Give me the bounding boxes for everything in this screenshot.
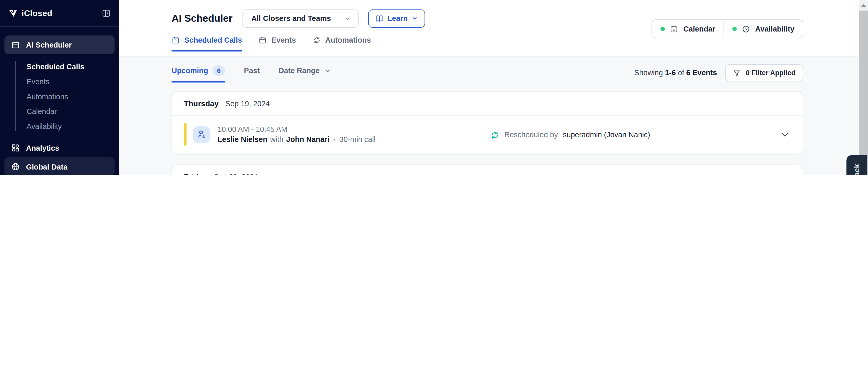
green-status-dot <box>660 27 665 31</box>
sidebar: iClosed AI Scheduler Scheduled Calls Eve… <box>0 0 119 175</box>
logo-text: iClosed <box>22 8 53 18</box>
event-date: Sep 19, 2024 <box>225 100 270 108</box>
calendar-icon <box>10 40 20 49</box>
past-label: Past <box>244 66 259 75</box>
sidebar-item-calendar[interactable]: Calendar <box>27 104 115 119</box>
calendar-icon <box>258 36 267 44</box>
tab-events[interactable]: Events <box>258 36 296 52</box>
subtab-past[interactable]: Past <box>244 65 259 82</box>
event-row: $ 10:00 AM - 10:45 AM Leslie Nielsen wit… <box>172 116 803 154</box>
event-day: Thursday <box>184 99 219 108</box>
iclosed-logo-icon <box>8 8 18 18</box>
sidebar-item-availability[interactable]: Availability <box>27 119 115 134</box>
refresh-icon <box>313 36 321 44</box>
subtabs: Upcoming 6 Past Date Range <box>172 65 331 82</box>
date-range-dropdown[interactable]: Date Range <box>278 65 331 82</box>
team-filter-select[interactable]: All Closers and Teams <box>242 9 359 28</box>
funnel-icon <box>733 69 741 77</box>
team-filter-value: All Closers and Teams <box>251 15 331 23</box>
grid-icon <box>10 143 20 152</box>
dot-separator <box>333 138 336 141</box>
upcoming-count-badge: 6 <box>213 65 225 76</box>
date-range-label: Date Range <box>278 66 319 75</box>
calendar-button-label: Calendar <box>683 25 715 33</box>
globe-icon <box>10 162 20 171</box>
clock-icon <box>742 25 750 33</box>
refresh-icon <box>491 131 499 139</box>
app-window: iClosed AI Scheduler Scheduled Calls Eve… <box>0 0 868 175</box>
calendar-icon <box>172 36 180 44</box>
scrollbar-thumb[interactable] <box>859 10 868 175</box>
events-toolbar: Upcoming 6 Past Date Range <box>172 65 803 82</box>
expand-event-chevron[interactable] <box>779 128 791 140</box>
sidebar-item-label: Global Data <box>26 163 68 171</box>
event-date: Sep 20, 2024 <box>214 173 258 175</box>
learn-label: Learn <box>388 15 408 23</box>
filter-button[interactable]: 0 Filter Applied <box>725 64 803 81</box>
main-header: AI Scheduler All Closers and Teams Learn <box>119 0 868 57</box>
host-name: John Nanari <box>286 135 330 143</box>
upcoming-label: Upcoming <box>172 66 208 75</box>
event-card-header: Thursday Sep 19, 2024 <box>172 92 803 116</box>
event-participants: Leslie Nielsen with John Nanari 30-min c… <box>218 135 375 143</box>
event-time: 10:00 AM - 10:45 AM <box>218 125 375 133</box>
event-card-header: Friday Sep 20, 2024 <box>172 165 803 175</box>
event-duration: 30-min call <box>339 135 376 143</box>
availability-button[interactable]: Availability <box>723 20 803 38</box>
sidebar-header: iClosed <box>0 0 119 27</box>
learn-button[interactable]: Learn <box>368 9 425 28</box>
tab-automations[interactable]: Automations <box>313 36 371 52</box>
sales-call-icon: $ <box>193 126 210 142</box>
content: Upcoming 6 Past Date Range <box>119 57 868 175</box>
sidebar-item-analytics[interactable]: Analytics <box>4 139 115 157</box>
main-area: AI Scheduler All Closers and Teams Learn <box>119 0 868 175</box>
svg-text:$: $ <box>202 135 205 139</box>
rescheduled-note: Rescheduled by superadmin (Jovan Nanic) <box>491 131 650 139</box>
feedback-label: Feedback <box>852 164 861 175</box>
event-list: Thursday Sep 19, 2024 $ 10:00 AM - 10:45… <box>172 91 803 175</box>
subtab-upcoming[interactable]: Upcoming 6 <box>172 65 225 82</box>
tab-label: Automations <box>325 36 371 44</box>
green-status-dot <box>733 27 737 31</box>
event-card: Thursday Sep 19, 2024 $ 10:00 AM - 10:45… <box>172 91 803 154</box>
feedback-tab[interactable]: Feedback <box>846 155 867 175</box>
toolbar-right: Showing 1-6 of 6 Events 0 Filter Applied <box>634 64 803 81</box>
showing-count-text: Showing 1-6 of 6 Events <box>634 69 717 77</box>
rescheduled-by-user: superadmin (Jovan Nanic) <box>563 131 650 139</box>
sidebar-item-ai-scheduler[interactable]: AI Scheduler <box>4 35 115 54</box>
calendar-plus-icon <box>670 25 678 33</box>
book-icon <box>375 15 383 23</box>
main-tabs: Scheduled Calls Events Automations <box>172 36 803 52</box>
calendar-button[interactable]: Calendar <box>652 20 723 38</box>
sidebar-item-label: Analytics <box>26 144 59 152</box>
sidebar-nav: AI Scheduler Scheduled Calls Events Auto… <box>0 27 119 175</box>
logo: iClosed <box>8 8 53 18</box>
chevron-down-icon <box>344 15 351 22</box>
chevron-down-icon <box>411 16 418 22</box>
page-title: AI Scheduler <box>172 13 232 24</box>
tab-label: Events <box>272 36 296 44</box>
sidebar-collapse-icon[interactable] <box>102 8 111 17</box>
sidebar-item-automations[interactable]: Automations <box>27 89 115 104</box>
sidebar-item-events[interactable]: Events <box>27 74 115 89</box>
calendar-availability-control: Calendar Availability <box>652 19 803 38</box>
scrollbar[interactable] <box>859 0 868 175</box>
sidebar-item-scheduled-calls[interactable]: Scheduled Calls <box>27 59 115 74</box>
event-day: Friday <box>184 172 207 175</box>
filter-button-label: 0 Filter Applied <box>746 69 796 77</box>
event-info: 10:00 AM - 10:45 AM Leslie Nielsen with … <box>218 125 375 143</box>
sidebar-sublist: Scheduled Calls Events Automations Calen… <box>4 59 115 134</box>
sidebar-item-label: AI Scheduler <box>26 41 72 49</box>
scroll-up-arrow[interactable] <box>861 4 866 7</box>
chevron-down-icon <box>324 67 331 74</box>
sidebar-item-global-data[interactable]: Global Data <box>4 157 115 175</box>
tab-label: Scheduled Calls <box>184 36 242 44</box>
tab-scheduled-calls[interactable]: Scheduled Calls <box>172 36 242 52</box>
event-accent-bar <box>184 123 187 146</box>
invitee-name: Leslie Nielsen <box>218 135 268 143</box>
availability-button-label: Availability <box>755 25 795 33</box>
event-card: Friday Sep 20, 2024 $ 10:00 AM - 10:45 A… <box>172 164 803 175</box>
